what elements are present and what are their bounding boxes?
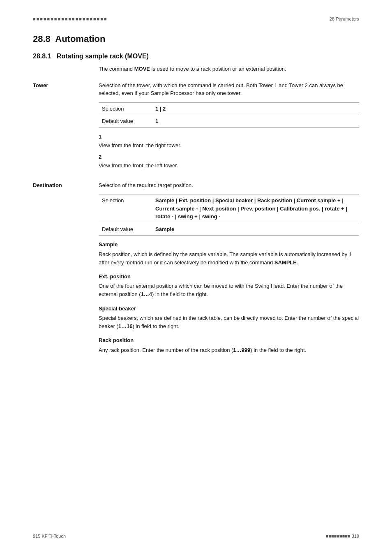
named-item-ext-position: Ext. position One of the four external p… xyxy=(99,273,359,299)
tower-label: Tower xyxy=(33,81,99,173)
footer-page: ■■■■■■■■■ 319 xyxy=(326,534,359,539)
table-cell-key: Selection xyxy=(99,102,152,115)
tower-sub-item-1: 1 View from the front, the right tower. xyxy=(99,133,359,150)
named-item-rack-title: Rack position xyxy=(99,336,359,345)
page-container: ■■■■■■■■■■■■■■■■■■■■■ 28 Parameters 28.8… xyxy=(0,0,392,555)
destination-table: Selection Sample | Ext. position | Speci… xyxy=(99,194,359,236)
named-item-rack-position: Rack position Any rack position. Enter t… xyxy=(99,336,359,354)
section-heading: Automation xyxy=(55,34,105,44)
rack-range-bold: 1…999 xyxy=(233,347,250,353)
table-row: Default value Sample xyxy=(99,223,359,236)
intro-bold-move: MOVE xyxy=(134,66,150,72)
table-row: Selection 1 | 2 xyxy=(99,102,359,115)
named-item-ext-title: Ext. position xyxy=(99,273,359,281)
named-item-special-beaker-title: Special beaker xyxy=(99,305,359,313)
table-cell-value: Sample xyxy=(152,223,359,236)
section-number: 28.8 xyxy=(33,34,51,44)
sub-item-num-2: 2 xyxy=(99,153,359,161)
destination-label: Destination xyxy=(33,181,99,360)
tower-table: Selection 1 | 2 Default value 1 xyxy=(99,102,359,128)
table-cell-key: Selection xyxy=(99,194,152,223)
page-header: ■■■■■■■■■■■■■■■■■■■■■ 28 Parameters xyxy=(33,16,359,21)
named-item-sample-title: Sample xyxy=(99,240,359,249)
footer-dots: ■■■■■■■■■ xyxy=(326,534,350,539)
header-section-label: 28 Parameters xyxy=(330,16,359,21)
subsection-heading: Rotating sample rack (MOVE) xyxy=(57,53,149,60)
sub-item-text-2: View from the front, the left tower. xyxy=(99,162,178,169)
table-row: Default value 1 xyxy=(99,115,359,128)
table-row: Selection Sample | Ext. position | Speci… xyxy=(99,194,359,223)
destination-description: Selection of the required target positio… xyxy=(99,181,359,190)
tower-description: Selection of the tower, with which the c… xyxy=(99,81,359,97)
header-dots: ■■■■■■■■■■■■■■■■■■■■■ xyxy=(33,16,108,21)
sub-item-text-1: View from the front, the right tower. xyxy=(99,142,181,148)
footer-product-name: 915 KF Ti-Touch xyxy=(33,534,66,539)
special-beaker-range-bold: 1…16 xyxy=(118,323,133,329)
destination-param-section: Destination Selection of the required ta… xyxy=(33,181,359,360)
ext-range-bold: 1…4 xyxy=(141,291,152,297)
table-cell-value: 1 xyxy=(152,115,359,128)
destination-content: Selection of the required target positio… xyxy=(99,181,359,360)
footer-page-number: 319 xyxy=(352,534,359,539)
named-item-rack-text: Any rack position. Enter the number of t… xyxy=(99,346,359,354)
sub-item-num-1: 1 xyxy=(99,133,359,141)
tower-param-section: Tower Selection of the tower, with which… xyxy=(33,81,359,173)
named-item-sample-text: Rack position, which is defined by the s… xyxy=(99,250,359,267)
named-item-ext-text: One of the four external positions which… xyxy=(99,282,359,298)
named-item-special-beaker: Special beaker Special beakers, which ar… xyxy=(99,305,359,331)
named-item-special-beaker-text: Special beakers, which are defined in th… xyxy=(99,314,359,331)
subsection-number: 28.8.1 xyxy=(33,53,51,60)
page-footer: 915 KF Ti-Touch ■■■■■■■■■ 319 xyxy=(33,534,359,539)
named-item-sample: Sample Rack position, which is defined b… xyxy=(99,240,359,267)
table-cell-value: Sample | Ext. position | Special beaker … xyxy=(152,194,359,223)
section-title: 28.8 Automation xyxy=(33,34,359,44)
sample-bold: SAMPLE xyxy=(274,259,297,266)
table-cell-key: Default value xyxy=(99,115,152,128)
table-cell-key: Default value xyxy=(99,223,152,236)
table-cell-value: 1 | 2 xyxy=(152,102,359,115)
tower-content: Selection of the tower, with which the c… xyxy=(99,81,359,173)
tower-sub-item-2: 2 View from the front, the left tower. xyxy=(99,153,359,170)
subsection-title: 28.8.1 Rotating sample rack (MOVE) xyxy=(33,53,359,60)
intro-text: The command MOVE is used to move to a ra… xyxy=(99,65,359,73)
